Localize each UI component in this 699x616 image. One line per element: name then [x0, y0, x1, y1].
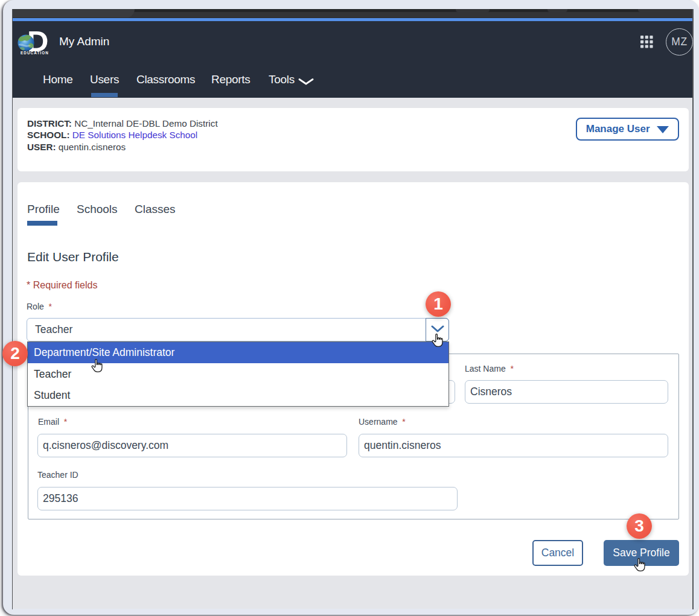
- svg-text:EDUCATION: EDUCATION: [21, 51, 49, 55]
